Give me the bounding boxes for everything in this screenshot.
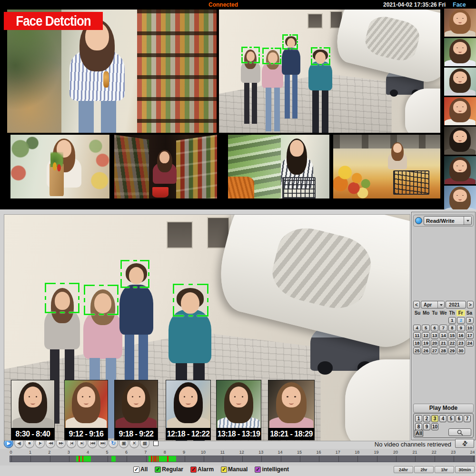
calendar-date-button[interactable]: 2: [457, 317, 465, 324]
channel-button[interactable]: 10: [431, 423, 438, 430]
face-result-thumbnail[interactable]: 18:21 - 18:29: [268, 380, 315, 440]
channel-button[interactable]: 7: [464, 415, 471, 422]
face-smile: [30, 401, 35, 405]
calendar-date-button[interactable]: 17: [466, 332, 474, 339]
filter-checkbox[interactable]: ✓: [133, 466, 139, 473]
calendar-date-button[interactable]: 13: [431, 332, 438, 339]
face-eye: [456, 77, 458, 78]
calendar-date-button[interactable]: 11: [413, 332, 421, 339]
channel-button[interactable]: 8: [415, 423, 422, 430]
all-channels-button[interactable]: All: [415, 430, 423, 436]
scale-1hr-button[interactable]: 1hr: [435, 466, 454, 473]
bracket-dash: [173, 298, 174, 302]
face-detection-box: [84, 285, 119, 315]
calendar-date-button[interactable]: 27: [431, 347, 438, 354]
calendar-date-button[interactable]: 28: [439, 347, 447, 354]
scale-24hr-button[interactable]: 24hr: [394, 466, 413, 473]
timeline-tick: [261, 456, 262, 462]
bracket-dash: [289, 48, 291, 50]
hdd-mode-select[interactable]: Read/Write: [424, 216, 472, 225]
channel-button[interactable]: 4: [439, 415, 446, 422]
calendar-date-button[interactable]: 21: [439, 340, 447, 347]
captured-face-thumbnail[interactable]: [444, 38, 476, 66]
calendar-next-button[interactable]: >: [467, 301, 474, 308]
calendar-date-button[interactable]: 20: [431, 340, 438, 347]
calendar-date-button[interactable]: 10: [466, 325, 474, 331]
channel-button[interactable]: 6: [456, 415, 463, 422]
dropdown-arrow-icon[interactable]: [464, 217, 471, 225]
bracket-dash: [319, 64, 322, 65]
captured-face-thumbnail[interactable]: [444, 9, 476, 37]
calendar-prev-button[interactable]: <: [413, 301, 420, 308]
calendar-date-button[interactable]: 18: [413, 340, 421, 347]
face-result-time-range: 18:21 - 18:29: [268, 428, 314, 440]
bracket-corner: [254, 57, 260, 63]
calendar-date-button[interactable]: 6: [431, 325, 438, 331]
face-result-thumbnail[interactable]: 9:12 - 9:16: [64, 380, 108, 440]
channel-button[interactable]: 3: [431, 415, 438, 422]
calendar-date-button[interactable]: 23: [457, 340, 465, 347]
channel-button[interactable]: 1: [415, 415, 422, 422]
face-eye: [456, 107, 458, 108]
calendar-date-button[interactable]: 1: [448, 317, 456, 324]
calendar-date-button[interactable]: 25: [413, 347, 421, 354]
captured-face-thumbnail[interactable]: [444, 186, 476, 209]
face-result-thumbnail[interactable]: 12:18 - 12:22: [166, 380, 211, 440]
channel-button[interactable]: 5: [447, 415, 455, 422]
filter-checkbox[interactable]: ✓: [155, 466, 161, 473]
captured-face-thumbnail[interactable]: [444, 127, 476, 155]
playback-video[interactable]: 8:30 - 8:409:12 - 9:169:18 - 9:2212:18 -…: [4, 214, 410, 441]
filter-checkbox[interactable]: ✓: [221, 466, 227, 473]
face-result-thumbnail[interactable]: 13:18 - 13:19: [216, 380, 261, 440]
calendar-date-button[interactable]: 19: [422, 340, 429, 347]
live-camera-4[interactable]: [114, 135, 217, 198]
calendar-date-button[interactable]: 8: [448, 325, 456, 331]
timeline-hour-label: 10: [201, 450, 206, 455]
live-camera-6[interactable]: [333, 135, 440, 198]
face-result-thumbnail[interactable]: 9:18 - 9:22: [114, 380, 158, 440]
captured-face-thumbnail[interactable]: [444, 68, 476, 96]
security-camera: [211, 214, 410, 357]
month-dropdown-arrow-icon[interactable]: [437, 301, 444, 308]
timeline-tick: [377, 456, 377, 462]
channel-button[interactable]: 9: [423, 423, 430, 430]
sync-checkbox[interactable]: [153, 441, 159, 446]
calendar-month-select[interactable]: Apr: [421, 301, 445, 308]
live-camera-3[interactable]: [10, 135, 109, 198]
calendar-date-button[interactable]: 16: [457, 332, 465, 339]
filter-checkbox[interactable]: ✓: [255, 466, 261, 473]
calendar-date-button[interactable]: 14: [439, 332, 447, 339]
calendar-date-button[interactable]: 30: [457, 347, 465, 354]
channel-button[interactable]: 2: [423, 415, 430, 422]
calendar-date-button[interactable]: 26: [422, 347, 429, 354]
calendar-date-button[interactable]: 5: [422, 325, 429, 331]
face-result-thumbnail[interactable]: 8:30 - 8:40: [11, 380, 55, 440]
calendar-date-button[interactable]: 9: [457, 325, 465, 331]
timeline-scale-buttons: 24hr2hr1hr30min: [394, 466, 475, 473]
face-eye: [462, 195, 464, 196]
hdd-radio-button[interactable]: [415, 217, 422, 224]
live-camera-2[interactable]: [219, 10, 440, 133]
scale-30min-button[interactable]: 30min: [455, 466, 475, 473]
calendar-date-button[interactable]: 7: [439, 325, 447, 331]
recording-segment-alarm: [82, 456, 83, 462]
calendar-date-button[interactable]: 15: [448, 332, 456, 339]
bracket-corner: [241, 57, 248, 63]
captured-face-thumbnail[interactable]: [444, 156, 476, 184]
scale-2hr-button[interactable]: 2hr: [414, 466, 434, 473]
live-camera-5[interactable]: [228, 135, 329, 198]
refresh-button[interactable]: ⇄: [455, 439, 474, 448]
filter-checkbox[interactable]: ✓: [190, 466, 197, 473]
calendar-date-button[interactable]: 24: [466, 340, 474, 347]
calendar-date-button[interactable]: 12: [422, 332, 429, 339]
recording-segment-alarm: [151, 456, 152, 462]
calendar-date-button[interactable]: 29: [448, 347, 456, 354]
search-button[interactable]: [448, 428, 471, 436]
timeline-bar[interactable]: [10, 456, 475, 462]
calendar-year-field[interactable]: 2021: [446, 301, 466, 308]
bracket-dash: [249, 47, 252, 48]
captured-face-thumbnail[interactable]: [444, 97, 476, 125]
calendar-date-button[interactable]: 4: [413, 325, 421, 331]
calendar-date-button[interactable]: 22: [448, 340, 456, 347]
calendar-date-button[interactable]: 3: [466, 317, 474, 324]
